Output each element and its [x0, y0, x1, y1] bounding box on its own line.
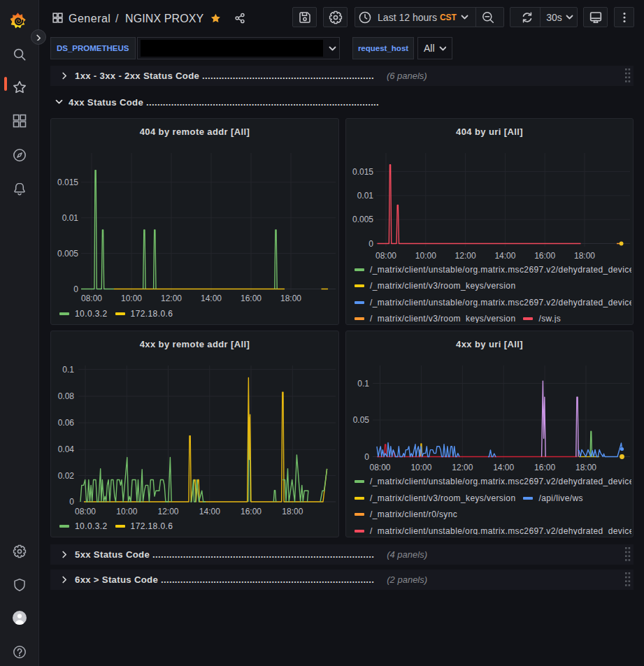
- svg-text:18:00: 18:00: [282, 507, 303, 516]
- svg-text:12:00: 12:00: [161, 294, 182, 303]
- svg-text:0.04: 0.04: [58, 444, 75, 454]
- svg-text:10:00: 10:00: [121, 294, 142, 303]
- svg-text:0.005: 0.005: [57, 249, 78, 259]
- svg-text:14:00: 14:00: [199, 507, 220, 516]
- svg-text:08:00: 08:00: [81, 294, 102, 303]
- svg-text:0.015: 0.015: [57, 178, 78, 187]
- svg-text:0.06: 0.06: [58, 418, 75, 428]
- svg-text:18:00: 18:00: [280, 294, 301, 303]
- svg-text:0.1: 0.1: [62, 365, 74, 375]
- svg-text:12:00: 12:00: [157, 507, 178, 516]
- svg-text:16:00: 16:00: [241, 507, 262, 516]
- svg-text:0: 0: [69, 497, 74, 507]
- svg-text:14:00: 14:00: [201, 294, 222, 303]
- svg-text:16:00: 16:00: [241, 294, 262, 303]
- svg-text:0.08: 0.08: [58, 391, 75, 401]
- svg-text:0.02: 0.02: [58, 471, 75, 481]
- svg-text:08:00: 08:00: [75, 507, 96, 516]
- svg-text:0: 0: [73, 284, 78, 294]
- svg-text:0.01: 0.01: [62, 213, 79, 223]
- svg-text:10:00: 10:00: [116, 507, 137, 516]
